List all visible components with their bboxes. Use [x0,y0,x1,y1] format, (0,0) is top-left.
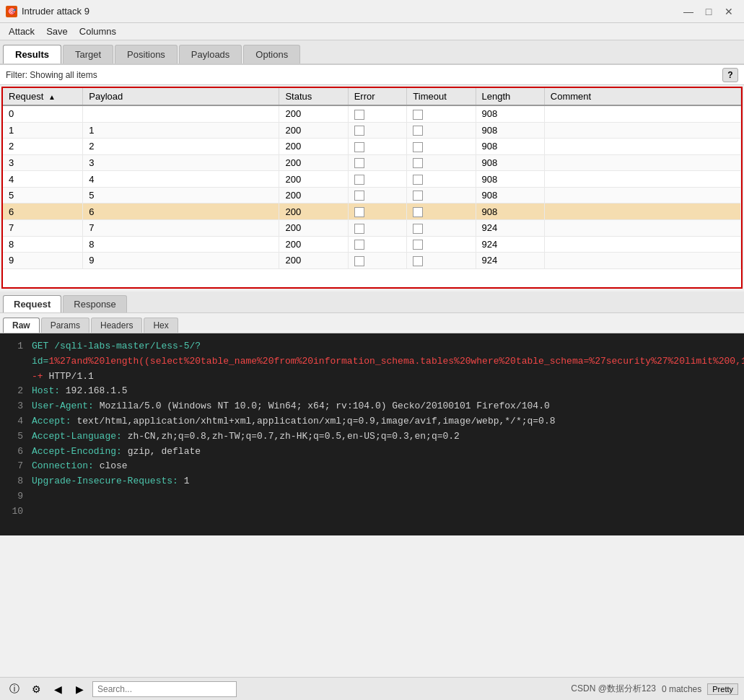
maximize-button[interactable]: □ [699,4,718,19]
results-panel[interactable]: Request ▲ Payload Status Error Timeout L… [1,87,743,289]
timeout-checkbox[interactable] [413,191,423,201]
tab-options[interactable]: Options [243,45,300,64]
timeout-checkbox[interactable] [413,110,423,120]
error-checkbox[interactable] [354,110,364,120]
sub-tab-raw[interactable]: Raw [3,318,40,333]
timeout-checkbox[interactable] [413,175,423,185]
cell-timeout[interactable] [407,171,476,188]
cell-timeout[interactable] [407,187,476,204]
cell-error[interactable] [348,105,407,122]
cell-error[interactable] [348,236,407,253]
cell-timeout[interactable] [407,105,476,122]
cell-length: 908 [476,204,544,220]
cell-error[interactable] [348,171,407,188]
cell-request: 7 [3,219,83,236]
error-checkbox[interactable] [354,142,364,152]
search-input[interactable] [92,681,237,697]
cell-payload: 4 [83,171,279,188]
menu-columns[interactable]: Columns [74,25,122,38]
request-line-7: 7 Connection: close [9,459,735,474]
settings-icon-btn[interactable]: ⚙ [27,681,45,698]
col-payload[interactable]: Payload [83,88,279,105]
close-button[interactable]: ✕ [719,4,738,19]
cell-error[interactable] [348,253,407,269]
col-request[interactable]: Request ▲ [3,88,83,105]
cell-error[interactable] [348,139,407,155]
cell-comment [544,204,740,220]
cell-length: 908 [476,187,544,204]
error-checkbox[interactable] [354,175,364,185]
table-row[interactable]: 55200908 [3,187,741,204]
info-icon-btn[interactable]: ⓘ [6,681,23,698]
tab-payloads[interactable]: Payloads [179,45,242,64]
main-tab-bar: Results Target Positions Payloads Option… [0,40,744,65]
error-checkbox[interactable] [354,191,364,201]
timeout-checkbox[interactable] [413,142,423,152]
col-comment[interactable]: Comment [544,88,740,105]
cell-request: 2 [3,139,83,155]
table-row[interactable]: 22200908 [3,139,741,155]
cell-timeout[interactable] [407,154,476,171]
sub-tab-headers[interactable]: Headers [91,318,142,333]
cell-timeout[interactable] [407,236,476,253]
error-checkbox[interactable] [354,126,364,136]
minimize-button[interactable]: — [679,4,698,19]
col-length[interactable]: Length [476,88,544,105]
error-checkbox[interactable] [354,240,364,250]
menu-save[interactable]: Save [40,25,74,38]
table-row[interactable]: 33200908 [3,154,741,171]
cell-error[interactable] [348,154,407,171]
cell-timeout[interactable] [407,139,476,155]
tab-response[interactable]: Response [63,295,127,312]
error-checkbox[interactable] [354,224,364,234]
tab-request[interactable]: Request [3,295,61,312]
pretty-button[interactable]: Pretty [707,683,738,695]
cell-length: 908 [476,122,544,139]
cell-error[interactable] [348,187,407,204]
cell-timeout[interactable] [407,253,476,269]
table-row[interactable]: 99200924 [3,253,741,269]
cell-timeout[interactable] [407,204,476,220]
sub-tab-params[interactable]: Params [41,318,89,333]
forward-icon-btn[interactable]: ▶ [71,681,88,698]
table-row[interactable]: 66200908 [3,204,741,220]
table-row[interactable]: 0200908 [3,105,741,122]
results-tbody: 0200908112009082220090833200908442009085… [3,105,741,268]
cell-error[interactable] [348,204,407,220]
timeout-checkbox[interactable] [413,240,423,250]
error-checkbox[interactable] [354,207,364,217]
table-row[interactable]: 11200908 [3,122,741,139]
timeout-checkbox[interactable] [413,126,423,136]
request-content[interactable]: 1 GET /sqli-labs-master/Less-5/?id=1%27a… [0,333,744,535]
table-row[interactable]: 88200924 [3,236,741,253]
col-status[interactable]: Status [279,88,348,105]
cell-timeout[interactable] [407,219,476,236]
cell-status: 200 [279,139,348,155]
cell-comment [544,236,740,253]
filter-bar: Filter: Showing all items ? [0,65,744,85]
table-row[interactable]: 77200924 [3,219,741,236]
tab-positions[interactable]: Positions [115,45,178,64]
line-num-10: 10 [9,504,23,520]
timeout-checkbox[interactable] [413,207,423,217]
tab-results[interactable]: Results [3,45,61,64]
table-row[interactable]: 44200908 [3,171,741,188]
cell-error[interactable] [348,122,407,139]
timeout-checkbox[interactable] [413,256,423,266]
error-checkbox[interactable] [354,256,364,266]
menu-attack[interactable]: Attack [3,25,40,38]
error-checkbox[interactable] [354,158,364,168]
cell-status: 200 [279,171,348,188]
col-timeout[interactable]: Timeout [407,88,476,105]
back-icon-btn[interactable]: ◀ [49,681,66,698]
timeout-checkbox[interactable] [413,224,423,234]
cell-status: 200 [279,105,348,122]
col-error[interactable]: Error [348,88,407,105]
tab-target[interactable]: Target [63,45,113,64]
cell-error[interactable] [348,219,407,236]
cell-timeout[interactable] [407,122,476,139]
line-content-6: Accept-Encoding: gzip, deflate [32,445,735,460]
sub-tab-hex[interactable]: Hex [144,318,178,333]
help-button[interactable]: ? [722,68,738,82]
timeout-checkbox[interactable] [413,158,423,168]
